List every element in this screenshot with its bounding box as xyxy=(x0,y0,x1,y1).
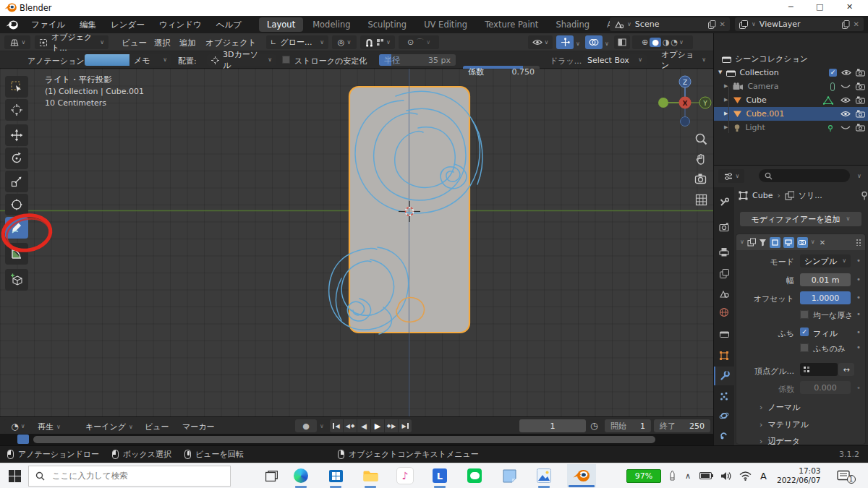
camera-view-control[interactable] xyxy=(694,173,708,184)
visibility-dropdown[interactable]: ∨ xyxy=(528,35,553,49)
animate-dot[interactable]: • xyxy=(856,328,861,336)
photos-app-icon[interactable] xyxy=(535,467,553,484)
hide-eye-closed-icon[interactable] xyxy=(841,83,851,90)
wireframe-shading-icon[interactable]: ⊕ xyxy=(642,38,648,47)
tool-select-box[interactable] xyxy=(5,76,28,98)
render-camera-icon[interactable] xyxy=(856,110,865,118)
constraints-tab icon[interactable] xyxy=(714,426,734,445)
scene-selector[interactable]: ∨ Scene ✕ xyxy=(610,17,730,31)
width-field[interactable]: 0.01 m xyxy=(800,273,851,286)
render-camera-icon[interactable] xyxy=(856,124,865,132)
marker-menu[interactable]: マーカー xyxy=(182,421,215,432)
properties-editor-type-button[interactable]: ∨ xyxy=(718,169,744,183)
rendered-shading-icon[interactable]: ◔ xyxy=(671,38,678,47)
disclosure-closed-icon[interactable]: ▶ xyxy=(724,98,728,103)
world-tab globe-icon[interactable] xyxy=(714,303,734,322)
play-button[interactable]: ▶ xyxy=(371,419,384,432)
placement-dropdown[interactable]: 3Dカーソル ∨ xyxy=(207,54,276,66)
normals-section[interactable]: ›ノーマル xyxy=(760,402,800,413)
materials-section[interactable]: ›マテリアル xyxy=(760,419,809,430)
current-frame-field[interactable]: 1 xyxy=(519,419,586,432)
timeline-scrollbar[interactable] xyxy=(33,436,655,443)
output-tab printer-icon[interactable] xyxy=(714,242,734,261)
next-keyframe-button[interactable]: ◆▶ xyxy=(385,419,398,432)
disclosure-closed-icon[interactable]: ▶ xyxy=(724,84,728,89)
mode-dropdown[interactable]: オブジェクト... ∨ xyxy=(35,35,109,49)
keying-menu[interactable]: キーイング∨ xyxy=(85,421,133,432)
battery-tray-icon[interactable] xyxy=(699,471,713,480)
tab-layout[interactable]: Layout xyxy=(259,17,303,32)
tab-sculpting[interactable]: Sculpting xyxy=(359,17,414,32)
editor-type-button[interactable]: ∨ xyxy=(4,35,30,49)
collection-tab box-icon[interactable] xyxy=(714,325,734,343)
blender-app-icon[interactable] xyxy=(567,464,596,487)
invert-vgroup-button[interactable]: ↔ xyxy=(838,363,854,376)
viewlayer-tab images-icon[interactable] xyxy=(714,264,734,283)
drag-action-dropdown[interactable]: Select Box ∨ xyxy=(583,54,647,66)
start-button windows-logo-icon[interactable] xyxy=(9,470,21,482)
viewlayer-selector[interactable]: ∨ ViewLayer ✕ xyxy=(735,17,864,31)
solidify-mode-dropdown[interactable]: シンプル∨ xyxy=(800,254,851,267)
even-thickness-checkbox[interactable] xyxy=(800,310,809,319)
unlink-icon[interactable]: ✕ xyxy=(720,20,726,28)
animate-dot[interactable]: • xyxy=(856,310,861,318)
options-dropdown[interactable]: オプション ∨ xyxy=(657,54,710,66)
breadcrumb-modifier[interactable]: ソリ... xyxy=(799,190,822,201)
taskbar-search[interactable] xyxy=(28,466,231,487)
physics-tab orbit-icon[interactable] xyxy=(714,406,734,425)
copy-icon[interactable] xyxy=(842,20,850,29)
scene-collection-row[interactable]: シーンコレクション xyxy=(714,52,868,66)
hide-eye-closed-icon[interactable] xyxy=(841,124,851,131)
object-tab orange-square-icon[interactable] xyxy=(714,346,734,365)
offset-slider[interactable]: 1.0000 xyxy=(800,291,851,304)
hide-eye-icon[interactable] xyxy=(841,97,851,103)
tool-cursor[interactable] xyxy=(5,99,28,121)
tool-transform[interactable] xyxy=(5,194,28,215)
sticky-notes-app-icon[interactable] xyxy=(501,467,518,484)
gizmo-toggle[interactable] xyxy=(556,35,574,49)
camera-row[interactable]: ▶ Camera xyxy=(714,80,868,93)
file-explorer-app-icon[interactable] xyxy=(362,467,379,484)
animate-dot[interactable]: • xyxy=(856,384,861,392)
render-camera-icon[interactable] xyxy=(856,82,865,90)
radius-slider[interactable]: 半径 35 px xyxy=(379,54,456,66)
grid-ortho-control[interactable] xyxy=(694,193,708,207)
prev-keyframe-button[interactable]: ◀◆ xyxy=(344,419,357,432)
disclosure-closed-icon[interactable]: ▶ xyxy=(724,111,728,116)
hide-eye-icon[interactable] xyxy=(841,111,851,117)
l-app-icon[interactable]: L xyxy=(431,467,448,484)
collection-checkbox[interactable]: ✓ xyxy=(829,69,837,77)
vertex-group-field[interactable] xyxy=(800,363,838,376)
modifiers-tab wrench-icon[interactable] xyxy=(714,367,734,385)
rim-fill-checkbox[interactable]: ✓ xyxy=(800,328,809,336)
maximize-button[interactable]: □ xyxy=(816,2,823,12)
remove-modifier-button[interactable]: ✕ xyxy=(820,239,825,247)
tool-scale[interactable] xyxy=(5,171,28,192)
annotation-layer-dropdown[interactable]: メモ ∨ xyxy=(129,54,171,66)
collection-row[interactable]: ▼ Collection ✓ xyxy=(714,66,868,80)
stopwatch-icon[interactable]: ◷ xyxy=(590,421,597,431)
jump-to-start-button[interactable]: ◀ xyxy=(330,419,343,432)
notification-center-icon[interactable]: 1 xyxy=(837,470,851,481)
search-input[interactable] xyxy=(51,470,217,481)
annotation-color-swatch[interactable] xyxy=(85,54,129,66)
stabilizer-checkbox[interactable] xyxy=(282,56,290,64)
line-app-icon[interactable] xyxy=(466,467,483,484)
speaker-icon[interactable] xyxy=(720,471,732,481)
tool-rotate[interactable] xyxy=(5,147,28,169)
taskbar-clock[interactable]: 17:03 2022/06/07 xyxy=(777,466,821,485)
factor-field[interactable]: 0.000 xyxy=(800,381,851,394)
cube001-row-selected[interactable]: ▶ Cube.001 xyxy=(714,107,868,121)
extras-chevron-icon[interactable]: ∨ xyxy=(811,239,815,245)
tool-tab wrench-screwdriver-icon[interactable] xyxy=(714,193,734,212)
animate-dot[interactable]: • xyxy=(856,275,861,283)
viewport-canvas[interactable]: ライト・平行投影 (1) Collection | Cube.001 10 Ce… xyxy=(0,69,713,416)
material-shading-icon[interactable]: ◑ xyxy=(663,38,670,47)
pan-hand-control[interactable] xyxy=(694,153,708,166)
hide-eye-icon[interactable] xyxy=(841,69,851,76)
transform-orientation-dropdown[interactable]: ∟ グロー... ∨ xyxy=(266,35,328,49)
tab-modeling[interactable]: Modeling xyxy=(305,17,358,32)
render-camera-icon[interactable] xyxy=(856,69,865,77)
blender-menu-icon[interactable] xyxy=(6,20,18,30)
proportional-editing-button[interactable]: ⊙ ⌒ ∨ xyxy=(399,35,439,49)
